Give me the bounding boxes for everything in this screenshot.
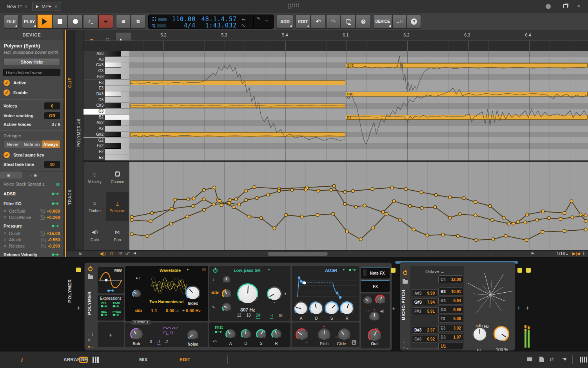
lane-pan[interactable]: ⋈Pan [106, 221, 129, 250]
panel-layout-icon[interactable] [79, 357, 88, 363]
layers-icon[interactable]: ≋ [78, 251, 82, 256]
key-label-G3[interactable]: G3 [83, 68, 105, 74]
lane-gain[interactable]: ◀))Gain [83, 221, 106, 250]
white-key-F3[interactable] [105, 80, 129, 86]
white-key-G2[interactable] [105, 138, 129, 144]
file-button[interactable]: FILE [4, 15, 18, 28]
scroll-left-icon[interactable]: ◀ [133, 251, 136, 255]
filter-keytrack-icon[interactable]: ↕ [212, 277, 215, 282]
wavetable-file[interactable]: Two Harmonics.wt [149, 300, 184, 304]
tuning-row-D3[interactable]: D31.97 [438, 333, 463, 341]
filter-keytrack-knob[interactable] [223, 276, 230, 284]
white-key-B2[interactable] [105, 115, 129, 120]
device-power-icon[interactable] [88, 267, 93, 271]
tuning-row-A3[interactable]: A38.94 [438, 297, 463, 304]
sub-octave--1[interactable]: -1 [157, 340, 161, 345]
track-color-swatch[interactable] [76, 268, 81, 272]
file-icon[interactable] [539, 357, 544, 362]
mod-target-row[interactable]: ✕Attack-0.550 [0, 237, 64, 243]
sync-badge[interactable]: ⬆SYNC⬆ [131, 320, 151, 324]
osc-mode-title[interactable]: Wavetable [160, 268, 181, 273]
piano-keys-icon[interactable] [580, 357, 581, 363]
mod-section-adsr[interactable]: ADSR [0, 189, 64, 198]
note-B2[interactable]: B2 [346, 115, 588, 120]
info-icon[interactable]: i [21, 357, 23, 363]
steal-same-key-toggle[interactable]: ✓Steal same key [4, 152, 64, 158]
pressure-lane[interactable] [129, 162, 588, 250]
view-mix[interactable]: MIX [139, 357, 147, 363]
unison-icon[interactable]: ◂ɪıɪ▸ [134, 308, 143, 313]
mod-section-filter-eg[interactable]: Filter EG [0, 199, 64, 208]
lane-velocity[interactable]: ⍜Velocity [83, 163, 106, 192]
mod-route-icon[interactable] [107, 289, 115, 292]
osc-pitch-knob[interactable] [132, 290, 141, 298]
row-F2[interactable] [83, 149, 588, 155]
filter-env-knob[interactable] [222, 303, 231, 312]
filter-type[interactable]: Low-pass SK [234, 268, 261, 273]
key-label-E2[interactable]: E2 [83, 155, 105, 161]
grid-settings-icon[interactable]: ⫼ [583, 251, 584, 256]
key-label-C#3[interactable]: C#3 [83, 103, 105, 109]
record-button[interactable] [68, 15, 83, 28]
device-preset-folder-icon[interactable] [403, 280, 408, 284]
note-bar[interactable] [130, 104, 345, 108]
expr-timb[interactable]: TIMB [113, 301, 120, 308]
white-key-A3[interactable] [105, 57, 129, 63]
black-key-A#2[interactable] [105, 120, 121, 126]
fx-slot[interactable]: FX [361, 280, 390, 292]
project-tab-mpe[interactable]: MPE × [32, 2, 61, 11]
groove-button[interactable]: ♪w [83, 15, 98, 28]
note-G#3[interactable]: G#3 [346, 63, 588, 68]
tuning-row-B3[interactable]: B310.91 [438, 288, 463, 295]
filter-slope-24[interactable]: 24 [256, 313, 260, 319]
tuning-row-D#3[interactable]: D#32.97 [412, 326, 437, 334]
key-label-D3[interactable]: D3 [83, 97, 105, 103]
black-key-D#3[interactable] [105, 91, 121, 97]
remote-controls-icon[interactable] [88, 333, 93, 336]
key-label-C3[interactable]: C3 [83, 109, 105, 115]
amp-release-knob[interactable] [340, 301, 354, 315]
scroll-right-icon[interactable]: ▶ [532, 251, 534, 255]
feg-release-knob[interactable] [271, 329, 281, 339]
white-key-F2[interactable] [105, 149, 129, 155]
mod-target-row[interactable]: ✕Oscs/Noise+0.260 [0, 214, 64, 220]
time-signature[interactable]: 4/4 [172, 22, 196, 29]
tuning-row-F3[interactable]: F35.00 [438, 315, 463, 322]
horizontal-scrollbar[interactable] [268, 252, 328, 256]
stop-button[interactable] [53, 15, 67, 28]
punch-arrows-icon[interactable]: ⬸⁚ [242, 16, 246, 22]
key-label-A3[interactable]: A3 [83, 57, 105, 63]
black-key-F#3[interactable] [105, 74, 121, 80]
velocity-sens-knob[interactable] [363, 296, 372, 305]
close-window-icon[interactable]: × [577, 3, 580, 9]
filter-slope-18[interactable]: 18 [246, 313, 250, 317]
project-tab[interactable]: New 1* × [3, 2, 31, 11]
device-name-input[interactable]: User-defined name [3, 69, 60, 76]
insert-device-icon[interactable]: →⃞ [392, 15, 407, 28]
undo-button[interactable]: ↶ [311, 15, 326, 28]
feg-decay-knob[interactable] [241, 329, 251, 339]
active-toggle[interactable]: ✓Active [4, 80, 64, 86]
mod-sources-tab[interactable]: ◉→ [0, 171, 22, 179]
expressions-modulator[interactable]: Expressions VELTIMBRELPRES [98, 295, 124, 321]
transfer-icon[interactable]: ⇄ [550, 356, 554, 362]
mapping-grid-icon[interactable]: ⠿ [88, 339, 91, 342]
filter-slope-12[interactable]: 12 [237, 313, 241, 317]
tuning-row-C4[interactable]: C412.00 [438, 275, 463, 283]
sub-octave-0[interactable]: 0 [150, 340, 152, 344]
black-key-C#3[interactable] [105, 103, 121, 108]
key-label-G#2[interactable]: G#2 [83, 132, 105, 138]
record-indicator-icon[interactable] [546, 4, 551, 9]
add-device-end[interactable]: + [526, 304, 529, 311]
pitch-knob[interactable] [318, 328, 330, 341]
add-device-button[interactable]: + [77, 304, 80, 311]
lane-chance[interactable]: Chance [106, 163, 129, 192]
notefx-enable-checkbox[interactable] [363, 269, 367, 276]
row-A2[interactable] [83, 126, 588, 132]
mod-route-icon[interactable] [214, 330, 223, 333]
noise-knob[interactable] [187, 330, 198, 341]
feg-sustain-knob[interactable] [256, 329, 266, 339]
expr-rel[interactable]: REL [101, 310, 109, 317]
sub-wave-icons[interactable] [162, 326, 187, 337]
restore-window-icon[interactable] [563, 4, 568, 8]
